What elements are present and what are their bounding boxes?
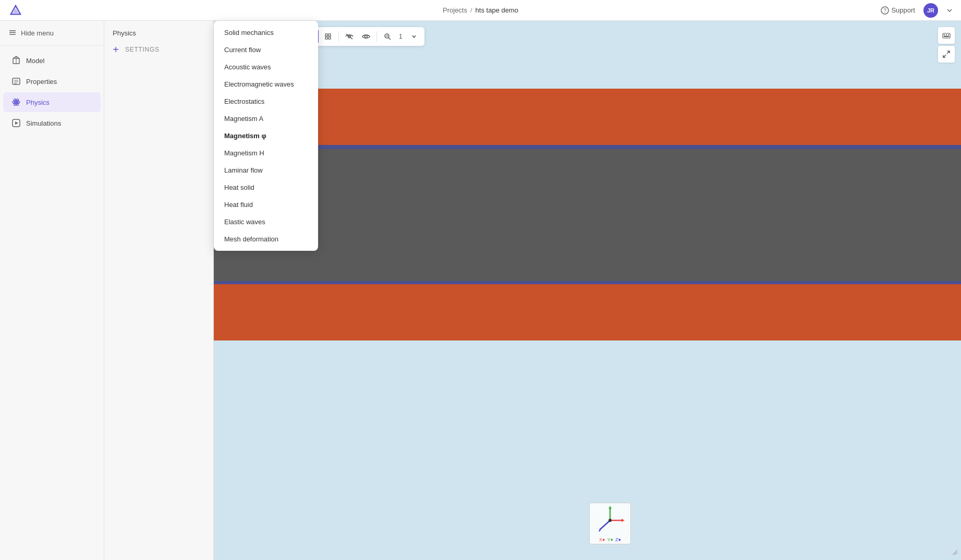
chevron-down-icon [411, 34, 417, 39]
dropdown-item-magnetism-a[interactable]: Magnetism A [214, 110, 318, 127]
list-icon [11, 77, 21, 86]
svg-marker-46 [599, 528, 602, 532]
hide-button[interactable] [342, 29, 357, 44]
svg-point-47 [609, 519, 612, 522]
zoom-value-display: 1 [397, 33, 405, 40]
svg-point-30 [365, 35, 368, 38]
keyboard-button[interactable] [938, 27, 955, 44]
toolbar-separator-5 [376, 31, 377, 42]
breadcrumb: Projects / hts tape demo [443, 6, 518, 14]
svg-rect-38 [944, 36, 949, 37]
dropdown-menu: Solid mechanicsCurrent flowAcoustic wave… [214, 21, 318, 251]
axis-widget[interactable]: X● Y● Z● [589, 503, 631, 544]
dropdown-item-current-flow[interactable]: Current flow [214, 41, 318, 58]
dropdown-item-mesh-deformation[interactable]: Mesh deformation [214, 230, 318, 248]
topbar-right: ? Support JR [881, 3, 953, 18]
axis-diagram [594, 505, 626, 536]
physics-panel-title: Physics [108, 27, 209, 42]
svg-rect-6 [9, 34, 16, 35]
breadcrumb-projects[interactable]: Projects [443, 6, 467, 14]
dropdown-item-electrostatics[interactable]: Electrostatics [214, 93, 318, 110]
svg-rect-37 [948, 34, 949, 35]
zoom-dropdown-button[interactable] [407, 29, 421, 44]
svg-rect-35 [944, 34, 945, 35]
settings-label: SETTINGS [125, 46, 160, 53]
expand-icon [942, 50, 951, 58]
viewport-right-toolbar [938, 27, 955, 63]
physics-panel: Physics + SETTINGS [104, 21, 214, 560]
topbar: Projects / hts tape demo ? Support JR [0, 0, 961, 21]
sidebar-label-model: Model [26, 57, 44, 65]
sidebar-nav: Model Properties [0, 46, 104, 138]
avatar-chevron-icon[interactable] [946, 7, 953, 14]
scene-orange-layer-top [214, 89, 961, 146]
support-button[interactable]: ? Support [881, 6, 915, 15]
dropdown-item-magnetism-phi[interactable]: Magnetism φ [214, 127, 318, 144]
axis-y-label: Y● [607, 537, 613, 542]
hide-menu-icon [8, 28, 17, 38]
grid-select-button[interactable] [321, 29, 335, 44]
viewport: 1 [214, 21, 961, 560]
scene-orange-layer-bottom [214, 284, 961, 342]
hide-menu-button[interactable]: Hide menu [0, 21, 104, 46]
hide-menu-label: Hide menu [21, 29, 54, 37]
breadcrumb-separator: / [470, 6, 472, 14]
dropdown-item-magnetism-h[interactable]: Magnetism H [214, 144, 318, 162]
dropdown-item-laminar-flow[interactable]: Laminar flow [214, 162, 318, 179]
svg-rect-36 [946, 34, 947, 35]
svg-rect-24 [325, 34, 327, 36]
eye-show-icon [362, 33, 370, 40]
svg-point-13 [15, 101, 17, 103]
svg-rect-34 [943, 33, 950, 38]
resize-handle[interactable] [951, 548, 958, 557]
grid-icon [324, 33, 332, 40]
add-physics-button[interactable]: + [108, 42, 123, 57]
main-layout: Hide menu Model [0, 21, 961, 560]
dropdown-overlay: Solid mechanicsCurrent flowAcoustic wave… [214, 21, 318, 251]
scene-border-top [214, 145, 961, 149]
zoom-value: 1 [399, 33, 403, 40]
axis-x-label: X● [599, 537, 605, 542]
sidebar-item-physics[interactable]: Physics [3, 92, 101, 112]
svg-rect-4 [9, 30, 16, 31]
toolbar-separator-4 [338, 31, 339, 42]
eye-hide-icon [345, 33, 354, 40]
sidebar-label-simulations: Simulations [26, 119, 61, 127]
dropdown-item-electromagnetic-waves[interactable]: Electromagnetic waves [214, 76, 318, 93]
svg-marker-44 [622, 519, 625, 522]
breadcrumb-current: hts tape demo [476, 6, 518, 14]
svg-rect-25 [329, 34, 331, 36]
dropdown-item-heat-solid[interactable]: Heat solid [214, 179, 318, 196]
sidebar-item-model[interactable]: Model [3, 51, 101, 70]
axis-labels: X● Y● Z● [599, 537, 621, 542]
dropdown-item-solid-mechanics[interactable]: Solid mechanics [214, 24, 318, 41]
keyboard-icon [942, 31, 951, 40]
cube-icon [11, 56, 21, 65]
app-logo[interactable] [8, 3, 23, 18]
svg-rect-5 [9, 32, 16, 33]
sidebar-item-simulations[interactable]: Simulations [3, 113, 101, 133]
sidebar: Hide menu Model [0, 21, 104, 560]
scene-gray-layer [214, 149, 961, 282]
svg-marker-18 [15, 121, 18, 125]
dropdown-item-elastic-waves[interactable]: Elastic waves [214, 213, 318, 230]
sidebar-item-properties[interactable]: Properties [3, 71, 101, 91]
svg-rect-27 [329, 37, 331, 39]
show-button[interactable] [359, 29, 373, 44]
dropdown-item-acoustic-waves[interactable]: Acoustic waves [214, 58, 318, 76]
svg-line-32 [388, 38, 391, 40]
svg-text:?: ? [884, 8, 887, 14]
user-avatar[interactable]: JR [923, 3, 938, 18]
svg-marker-42 [609, 506, 612, 509]
avatar-initials: JR [927, 7, 934, 14]
resize-icon [951, 548, 958, 555]
zoom-out-button[interactable] [380, 29, 395, 44]
dropdown-item-heat-fluid[interactable]: Heat fluid [214, 196, 318, 213]
support-label: Support [891, 6, 915, 14]
scene-bottom-background [214, 340, 961, 560]
physics-add-area: + SETTINGS [108, 42, 209, 57]
dropdown-items-list: Solid mechanicsCurrent flowAcoustic wave… [214, 24, 318, 248]
sidebar-label-properties: Properties [26, 78, 57, 86]
play-icon [11, 118, 21, 128]
expand-button[interactable] [938, 46, 955, 63]
